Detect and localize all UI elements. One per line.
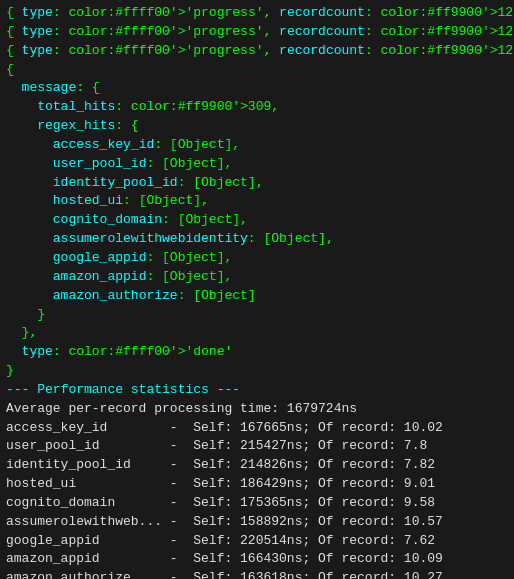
terminal-line: user_pool_id - Self: 215427ns; Of record… — [6, 437, 508, 456]
terminal-line: access_key_id - Self: 167665ns; Of recor… — [6, 419, 508, 438]
terminal-line: identity_pool_id - Self: 214826ns; Of re… — [6, 456, 508, 475]
terminal-output: { type: color:#ffff00'>'progress', recor… — [6, 4, 508, 579]
terminal-line: amazon_authorize: [Object] — [6, 287, 508, 306]
terminal-line: } — [6, 306, 508, 325]
terminal-line: total_hits: color:#ff9900'>309, — [6, 98, 508, 117]
terminal-line: identity_pool_id: [Object], — [6, 174, 508, 193]
terminal-line: message: { — [6, 79, 508, 98]
terminal-line: access_key_id: [Object], — [6, 136, 508, 155]
terminal-line: amazon_appid: [Object], — [6, 268, 508, 287]
terminal-line: amazon_authorize - Self: 163618ns; Of re… — [6, 569, 508, 579]
terminal-line: { type: color:#ffff00'>'progress', recor… — [6, 42, 508, 61]
terminal-line: amazon_appid - Self: 166430ns; Of record… — [6, 550, 508, 569]
terminal-line: assumerolewithweb... - Self: 158892ns; O… — [6, 513, 508, 532]
terminal-line: } — [6, 362, 508, 381]
terminal-line: cognito_domain - Self: 175365ns; Of reco… — [6, 494, 508, 513]
terminal-line: { — [6, 61, 508, 80]
terminal-line: { type: color:#ffff00'>'progress', recor… — [6, 4, 508, 23]
terminal-line: { type: color:#ffff00'>'progress', recor… — [6, 23, 508, 42]
terminal-line: --- Performance statistics --- — [6, 381, 508, 400]
terminal-line: assumerolewithwebidentity: [Object], — [6, 230, 508, 249]
terminal-line: hosted_ui - Self: 186429ns; Of record: 9… — [6, 475, 508, 494]
terminal-line: google_appid: [Object], — [6, 249, 508, 268]
terminal-line: regex_hits: { — [6, 117, 508, 136]
terminal-line: cognito_domain: [Object], — [6, 211, 508, 230]
terminal-line: type: color:#ffff00'>'done' — [6, 343, 508, 362]
terminal-line: Average per-record processing time: 1679… — [6, 400, 508, 419]
terminal-line: user_pool_id: [Object], — [6, 155, 508, 174]
terminal-line: hosted_ui: [Object], — [6, 192, 508, 211]
terminal-line: }, — [6, 324, 508, 343]
terminal-line: google_appid - Self: 220514ns; Of record… — [6, 532, 508, 551]
